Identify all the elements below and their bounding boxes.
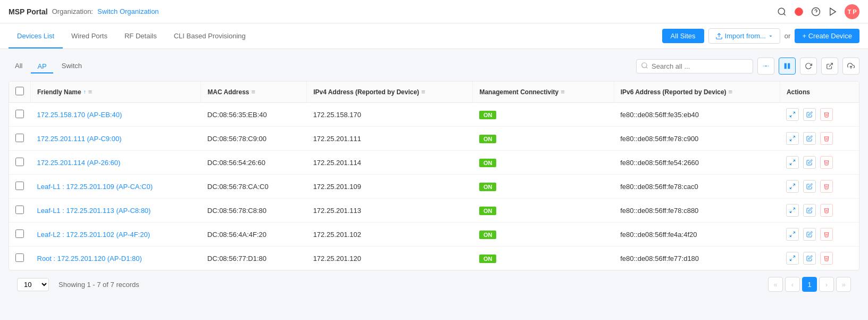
expand-button-2[interactable]	[786, 156, 799, 169]
switch-org-link[interactable]: Switch Organization	[97, 7, 159, 15]
col-header-check	[9, 81, 31, 103]
first-page-button[interactable]: «	[768, 277, 783, 292]
filter-switch[interactable]: Switch	[55, 59, 88, 74]
edit-button-0[interactable]	[803, 108, 816, 121]
row-mgmt-cell: ON	[473, 247, 614, 270]
tab-rf-details[interactable]: RF Details	[116, 24, 165, 48]
col-header-ipv6: IPv6 Address (Reported by Device) ≡	[614, 81, 780, 103]
row-ipv6-cell: fe80::de08:56ff:fe77:d180	[614, 247, 780, 270]
svg-rect-13	[784, 63, 787, 69]
delete-button-5[interactable]	[820, 228, 833, 241]
row-mac-cell: DC:08:56:78:CA:C0	[201, 175, 307, 199]
row-ipv4-cell: 172.25.201.114	[307, 151, 473, 175]
row-mgmt-cell: ON	[473, 175, 614, 199]
delete-button-4[interactable]	[820, 204, 833, 217]
expand-button-0[interactable]	[786, 108, 799, 121]
row-actions-cell	[780, 103, 859, 127]
tab-cli-provisioning[interactable]: CLI Based Provisioning	[165, 24, 254, 48]
device-link-4[interactable]: Leaf-L1 : 172.25.201.113 (AP-C8:80)	[37, 207, 151, 215]
import-button[interactable]: Import from...	[708, 28, 780, 44]
sort-up-icon[interactable]: ↑	[84, 89, 86, 95]
row-ipv4-cell: 172.25.201.109	[307, 175, 473, 199]
filter-ap[interactable]: AP	[31, 59, 53, 73]
expand-columns-button[interactable]	[757, 58, 774, 75]
device-link-3[interactable]: Leaf-L1 : 172.25.201.109 (AP-CA:C0)	[37, 183, 153, 191]
delete-button-6[interactable]	[820, 252, 833, 265]
col-mgmt-menu-icon[interactable]: ≡	[561, 88, 565, 96]
row-name-cell: Leaf-L1 : 172.25.201.113 (AP-C8:80)	[31, 199, 201, 223]
edit-button-6[interactable]	[803, 252, 816, 265]
col-ipv4-menu-icon[interactable]: ≡	[421, 88, 425, 96]
external-link-button[interactable]	[821, 58, 838, 75]
row-checkbox-5[interactable]	[15, 229, 24, 238]
delete-button-3[interactable]	[820, 180, 833, 193]
svg-line-27	[793, 232, 795, 234]
col-header-mac: MAC Address ≡	[201, 81, 307, 103]
device-link-2[interactable]: 172.25.201.114 (AP-26:60)	[37, 159, 121, 167]
all-sites-button[interactable]: All Sites	[662, 29, 704, 43]
col-ipv6-label: IPv6 Address (Reported by Device)	[621, 88, 727, 96]
col-ipv6-menu-icon[interactable]: ≡	[729, 88, 733, 96]
next-page-button[interactable]: ›	[819, 277, 834, 292]
col-ipv4-label: IPv4 Address (Reported by Device)	[313, 88, 419, 96]
select-all-checkbox[interactable]	[15, 87, 24, 95]
device-link-6[interactable]: Root : 172.25.201.120 (AP-D1:80)	[37, 255, 142, 262]
tab-wired-ports[interactable]: Wired Ports	[63, 24, 116, 48]
content-area: All AP Switch	[0, 49, 868, 320]
row-actions-cell	[780, 127, 859, 151]
page-size-dropdown[interactable]: 10 25 50 100	[17, 278, 49, 291]
row-checkbox-1[interactable]	[15, 134, 24, 142]
prev-page-button[interactable]: ‹	[785, 277, 800, 292]
search-icon[interactable]	[777, 6, 787, 17]
svg-point-0	[778, 8, 784, 14]
edit-button-5[interactable]	[803, 228, 816, 241]
device-link-1[interactable]: 172.25.201.111 (AP-C9:00)	[37, 135, 122, 143]
row-mac-cell: DC:08:56:4A:4F:20	[201, 223, 307, 247]
device-link-0[interactable]: 172.25.158.170 (AP-EB:40)	[37, 111, 122, 119]
delete-button-1[interactable]	[820, 132, 833, 145]
delete-button-0[interactable]	[820, 108, 833, 121]
edit-button-4[interactable]	[803, 204, 816, 217]
top-header-left: MSP Portal Organization: Switch Organiza…	[9, 7, 159, 16]
expand-button-4[interactable]	[786, 204, 799, 217]
col-header-name: Friendly Name ↑ ≡	[31, 81, 201, 103]
row-checkbox-2[interactable]	[15, 158, 24, 166]
search-input[interactable]	[652, 62, 748, 70]
play-icon[interactable]	[828, 6, 838, 17]
row-name-cell: 172.25.158.170 (AP-EB:40)	[31, 103, 201, 127]
col-name-menu-icon[interactable]: ≡	[88, 88, 93, 96]
upload-button[interactable]	[842, 58, 859, 75]
expand-button-1[interactable]	[786, 132, 799, 145]
row-check-cell	[9, 127, 31, 151]
notification-icon[interactable]	[794, 6, 804, 17]
nav-tabs-bar: Devices List Wired Ports RF Details CLI …	[0, 23, 868, 49]
expand-button-6[interactable]	[786, 252, 799, 265]
refresh-button[interactable]	[800, 58, 817, 75]
filter-all[interactable]: All	[9, 59, 29, 74]
table-row: Root : 172.25.201.120 (AP-D1:80) DC:08:5…	[9, 247, 859, 270]
page-1-button[interactable]: 1	[802, 277, 817, 292]
col-mac-menu-icon[interactable]: ≡	[251, 88, 255, 96]
row-checkbox-0[interactable]	[15, 110, 24, 118]
device-link-5[interactable]: Leaf-L2 : 172.25.201.102 (AP-4F:20)	[37, 231, 150, 239]
row-name-cell: 172.25.201.111 (AP-C9:00)	[31, 127, 201, 151]
row-mac-cell: DC:08:56:78:C9:00	[201, 127, 307, 151]
columns-toggle-button[interactable]	[779, 58, 796, 75]
last-page-button[interactable]: »	[836, 277, 851, 292]
row-check-cell	[9, 199, 31, 223]
edit-button-2[interactable]	[803, 156, 816, 169]
edit-button-1[interactable]	[803, 132, 816, 145]
svg-line-24	[790, 187, 792, 189]
expand-button-5[interactable]	[786, 228, 799, 241]
tab-devices-list[interactable]: Devices List	[9, 24, 63, 48]
create-device-button[interactable]: + Create Device	[795, 29, 859, 43]
row-checkbox-4[interactable]	[15, 206, 24, 214]
row-checkbox-6[interactable]	[15, 253, 24, 262]
expand-button-3[interactable]	[786, 180, 799, 193]
row-check-cell	[9, 175, 31, 199]
edit-button-3[interactable]	[803, 180, 816, 193]
delete-button-2[interactable]	[820, 156, 833, 169]
svg-line-15	[829, 63, 832, 67]
row-checkbox-3[interactable]	[15, 182, 24, 190]
help-icon[interactable]	[811, 6, 821, 17]
